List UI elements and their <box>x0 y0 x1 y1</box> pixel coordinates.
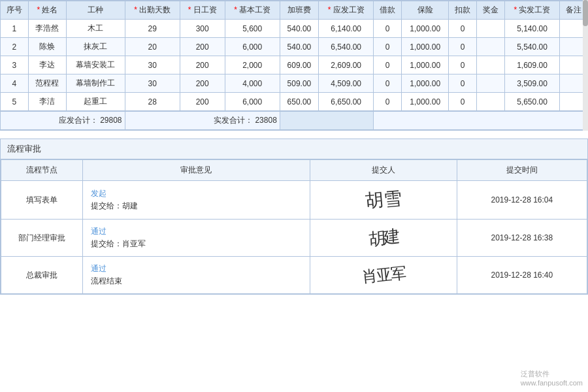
workflow-signature: 胡建 <box>310 220 457 257</box>
salary-table-wrap: 序号 姓名 工种 出勤天数 日工资 基本工资 加班费 应发工资 借款 保险 扣款… <box>0 0 588 131</box>
opinion-line2: 提交给：胡建 <box>91 201 302 212</box>
wf-col-opinion: 审批意见 <box>82 160 310 181</box>
table-cell: 4 <box>1 74 29 93</box>
workflow-node-name: 总裁审批 <box>1 257 83 294</box>
table-cell: 范程程 <box>28 74 66 93</box>
table-cell: 3,509.00 <box>504 74 559 93</box>
col-loan: 借款 <box>374 1 402 20</box>
table-cell: 3 <box>1 56 29 74</box>
table-cell: 540.00 <box>280 38 318 56</box>
scrollbar-track[interactable] <box>583 0 588 131</box>
table-cell: 2 <box>1 38 29 56</box>
workflow-opinion: 通过流程结束 <box>82 257 310 294</box>
wf-col-node: 流程节点 <box>1 160 83 181</box>
table-cell: 5,540.00 <box>504 38 559 56</box>
col-daily-wage: 日工资 <box>180 1 225 20</box>
col-deduct: 扣款 <box>449 1 477 20</box>
workflow-submit-time: 2019-12-28 16:38 <box>457 220 587 257</box>
table-cell: 1,609.00 <box>504 56 559 74</box>
table-cell: 木工 <box>67 20 125 38</box>
opinion-line2: 流程结束 <box>91 276 302 287</box>
wf-col-time: 提交时间 <box>457 160 587 181</box>
table-cell: 20 <box>125 38 180 56</box>
table-cell <box>477 93 505 112</box>
opinion-line1: 通过 <box>91 263 302 274</box>
table-cell: 6,650.00 <box>319 93 374 112</box>
table-cell: 1,000.00 <box>402 93 449 112</box>
table-cell: 650.00 <box>280 93 318 112</box>
table-cell: 5,600 <box>225 20 280 38</box>
workflow-row: 部门经理审批通过提交给：肖亚军胡建2019-12-28 16:38 <box>1 220 587 257</box>
workflow-section: 流程审批 流程节点 审批意见 提交人 提交时间 填写表单发起提交给：胡建胡雪20… <box>0 139 588 295</box>
col-insurance: 保险 <box>402 1 449 20</box>
workflow-title: 流程审批 <box>1 139 587 159</box>
table-cell: 0 <box>449 93 477 112</box>
table-cell: 6,000 <box>225 93 280 112</box>
table-cell: 30 <box>125 56 180 74</box>
actual-label: 实发合计： <box>214 116 253 125</box>
table-cell: 609.00 <box>280 56 318 74</box>
table-cell: 李洁 <box>28 93 66 112</box>
table-cell: 幕墙安装工 <box>67 56 125 74</box>
workflow-submit-time: 2019-12-28 16:04 <box>457 181 587 220</box>
table-cell: 200 <box>180 38 225 56</box>
workflow-table: 流程节点 审批意见 提交人 提交时间 填写表单发起提交给：胡建胡雪2019-12… <box>1 159 587 294</box>
col-type: 工种 <box>67 1 125 20</box>
table-row: 3李达幕墙安装工302002,000609.002,609.0001,000.0… <box>1 56 588 74</box>
table-cell: 0 <box>374 93 402 112</box>
col-due-wage: 应发工资 <box>319 1 374 20</box>
table-row: 1李浩然木工293005,600540.006,140.0001,000.000… <box>1 20 588 38</box>
table-cell: 抹灰工 <box>67 38 125 56</box>
table-cell: 4,509.00 <box>319 74 374 93</box>
col-overtime: 加班费 <box>280 1 318 20</box>
col-days: 出勤天数 <box>125 1 180 20</box>
table-cell: 200 <box>180 74 225 93</box>
wf-col-submitter: 提交人 <box>310 160 457 181</box>
table-cell: 6,140.00 <box>319 20 374 38</box>
table-cell: 1,000.00 <box>402 56 449 74</box>
table-cell: 0 <box>449 74 477 93</box>
table-row: 5李洁起重工282006,000650.006,650.0001,000.000… <box>1 93 588 112</box>
salary-table-container: 序号 姓名 工种 出勤天数 日工资 基本工资 加班费 应发工资 借款 保险 扣款… <box>0 0 588 131</box>
table-cell: 5 <box>1 93 29 112</box>
table-cell: 陈焕 <box>28 38 66 56</box>
table-cell: 0 <box>449 20 477 38</box>
table-cell: 2,000 <box>225 56 280 74</box>
workflow-signature: 肖亚军 <box>310 257 457 294</box>
table-cell: 李达 <box>28 56 66 74</box>
opinion-line1: 通过 <box>91 226 302 237</box>
col-base-wage: 基本工资 <box>225 1 280 20</box>
scrollbar-thumb[interactable] <box>583 0 588 26</box>
workflow-row: 总裁审批通过流程结束肖亚军2019-12-28 16:40 <box>1 257 587 294</box>
col-seq: 序号 <box>1 1 29 20</box>
table-cell: 300 <box>180 20 225 38</box>
table-cell: 0 <box>374 56 402 74</box>
col-bonus: 奖金 <box>477 1 505 20</box>
table-cell: 起重工 <box>67 93 125 112</box>
table-cell: 幕墙制作工 <box>67 74 125 93</box>
table-cell: 540.00 <box>280 20 318 38</box>
table-cell <box>477 56 505 74</box>
actual-value: 23808 <box>255 116 276 125</box>
workflow-row: 填写表单发起提交给：胡建胡雪2019-12-28 16:04 <box>1 181 587 220</box>
table-cell: 30 <box>125 74 180 93</box>
table-cell <box>477 38 505 56</box>
table-cell: 6,540.00 <box>319 38 374 56</box>
summary-row: 应发合计： 29808 实发合计： 23808 <box>1 111 588 130</box>
workflow-node-name: 部门经理审批 <box>1 220 83 257</box>
table-cell: 1 <box>1 20 29 38</box>
workflow-header-row: 流程节点 审批意见 提交人 提交时间 <box>1 160 587 181</box>
table-cell: 0 <box>449 38 477 56</box>
table-row: 2陈焕抹灰工202006,000540.006,540.0001,000.000… <box>1 38 588 56</box>
table-row: 4范程程幕墙制作工302004,000509.004,509.0001,000.… <box>1 74 588 93</box>
table-cell: 6,000 <box>225 38 280 56</box>
workflow-submit-time: 2019-12-28 16:40 <box>457 257 587 294</box>
table-cell: 28 <box>125 93 180 112</box>
table-cell: 5,140.00 <box>504 20 559 38</box>
table-cell <box>477 74 505 93</box>
table-cell: 1,000.00 <box>402 38 449 56</box>
signature-text: 肖亚军 <box>361 263 406 288</box>
table-header-row: 序号 姓名 工种 出勤天数 日工资 基本工资 加班费 应发工资 借款 保险 扣款… <box>1 1 588 20</box>
table-cell: 29 <box>125 20 180 38</box>
signature-text: 胡建 <box>368 224 399 251</box>
